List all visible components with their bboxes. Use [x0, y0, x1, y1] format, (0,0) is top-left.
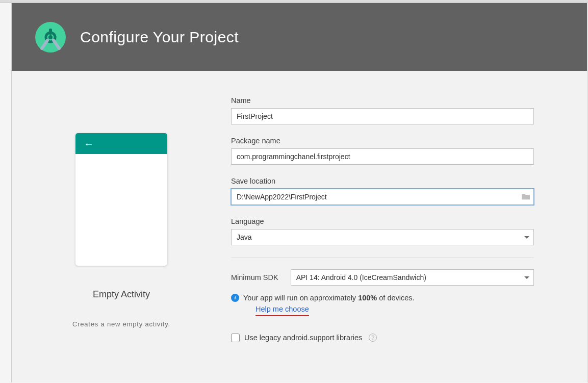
browse-folder-icon[interactable]	[522, 193, 530, 201]
help-icon[interactable]: ?	[369, 334, 377, 342]
back-arrow-icon: ←	[84, 139, 94, 149]
info-icon: i	[231, 294, 239, 302]
chevron-down-icon	[524, 276, 529, 279]
help-me-choose-link[interactable]: Help me choose	[255, 304, 309, 316]
language-select-value: Java	[237, 233, 252, 241]
android-studio-logo-icon	[35, 22, 66, 53]
language-select[interactable]: Java	[231, 229, 534, 245]
template-preview-thumbnail: ←	[75, 133, 167, 266]
template-name: Empty Activity	[93, 289, 150, 300]
legacy-libraries-checkbox[interactable]	[231, 334, 240, 342]
minimum-sdk-select[interactable]: API 14: Android 4.0 (IceCreamSandwich)	[291, 269, 534, 286]
template-preview-column: ← Empty Activity Creates a new empty act…	[12, 96, 231, 382]
svg-line-2	[42, 40, 47, 48]
page-title: Configure Your Project	[80, 29, 239, 46]
template-description: Creates a new empty activity.	[72, 320, 170, 328]
wizard-header: Configure Your Project	[12, 3, 587, 71]
device-coverage-text: Your app will run on approximately 100% …	[243, 294, 415, 302]
save-location-input[interactable]	[231, 189, 534, 205]
preview-app-bar: ←	[75, 133, 167, 154]
package-name-input[interactable]	[231, 148, 534, 165]
package-name-label: Package name	[231, 137, 534, 145]
legacy-libraries-label: Use legacy android.support libraries	[244, 334, 362, 342]
svg-point-4	[48, 35, 53, 39]
section-divider	[231, 258, 534, 258]
chevron-down-icon	[524, 236, 529, 239]
name-label: Name	[231, 96, 534, 105]
language-label: Language	[231, 217, 534, 225]
minimum-sdk-value: API 14: Android 4.0 (IceCreamSandwich)	[296, 273, 426, 282]
svg-line-3	[54, 40, 59, 48]
save-location-label: Save location	[231, 177, 534, 185]
name-input[interactable]	[231, 108, 534, 124]
minimum-sdk-label: Minimum SDK	[231, 273, 278, 282]
